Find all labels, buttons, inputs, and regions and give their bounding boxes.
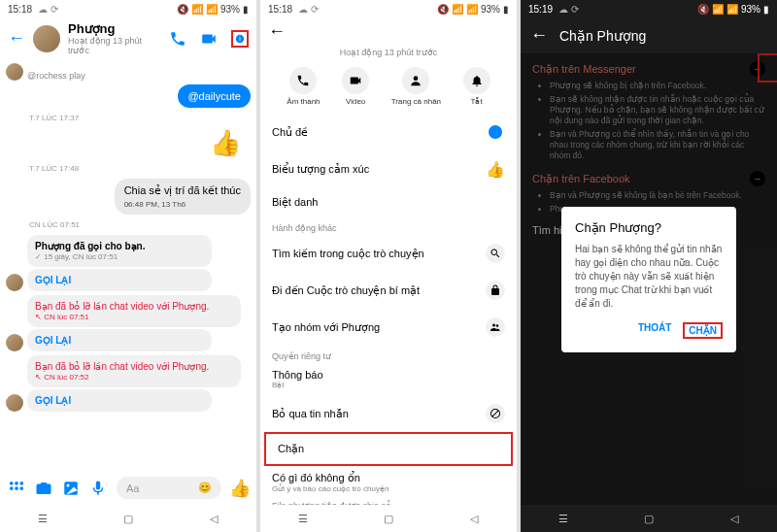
sent-message[interactable]: @dailycute bbox=[178, 84, 251, 108]
location-ended[interactable]: Chia sẻ vị trí đã kết thúc 06:48 PM, 13 … bbox=[115, 179, 251, 215]
dialog-title: Chặn Phượng? bbox=[575, 220, 723, 235]
section-header: Hành động khác bbox=[260, 217, 517, 235]
back-button[interactable]: ◁ bbox=[464, 512, 484, 525]
contact-name: Phượng bbox=[68, 21, 161, 36]
mute-button[interactable]: Tắt bbox=[463, 67, 490, 106]
back-icon[interactable]: ← bbox=[8, 28, 25, 49]
svg-point-4 bbox=[15, 481, 18, 484]
call-back-button[interactable]: GỌI LẠI bbox=[27, 389, 212, 412]
back-icon[interactable]: ← bbox=[268, 21, 286, 42]
thumb-icon[interactable]: 👍 bbox=[231, 480, 249, 497]
timestamp: T.7 LÚC 17:48 bbox=[6, 164, 251, 173]
setting-emoji[interactable]: Biểu tượng cảm xúc 👍 bbox=[260, 150, 517, 187]
gallery-icon[interactable] bbox=[62, 480, 80, 497]
call-back-button[interactable]: GỌI LẠI bbox=[27, 329, 212, 351]
setting-group[interactable]: Tạo nhóm với Phượng bbox=[260, 309, 517, 346]
settings-list[interactable]: Chủ đề Biểu tượng cảm xúc 👍 Biệt danh Hà… bbox=[260, 114, 517, 505]
setting-search[interactable]: Tìm kiếm trong cuộc trò chuyện bbox=[260, 235, 517, 272]
back-icon[interactable]: ← bbox=[530, 25, 548, 46]
recents-button[interactable]: ☰ bbox=[33, 512, 52, 525]
svg-point-13 bbox=[496, 324, 499, 327]
call-icon[interactable] bbox=[169, 30, 186, 48]
status-icons-left: ☁ ⟳ bbox=[32, 4, 177, 15]
header-actions bbox=[169, 30, 249, 48]
profile-icon bbox=[402, 67, 429, 94]
status-time: 15:19 bbox=[528, 4, 553, 15]
home-button[interactable]: ▢ bbox=[639, 512, 659, 525]
dialog-actions: THOÁT CHẶN bbox=[575, 322, 723, 339]
status-bar: 15:19 ☁ ⟳ 🔇📶 📶93%▮ bbox=[521, 0, 777, 17]
bell-icon bbox=[463, 67, 490, 94]
svg-point-11 bbox=[414, 76, 419, 81]
svg-point-2 bbox=[239, 36, 240, 37]
setting-secret[interactable]: Đi đến Cuộc trò chuyện bí mật bbox=[260, 272, 517, 309]
call-sub: ✓ 15 giây, CN lúc 07:51 bbox=[35, 252, 204, 261]
phone-settings: 15:18 ☁ ⟳ 🔇📶 📶93%▮ ← Hoạt động 13 phút t… bbox=[260, 0, 517, 532]
chat-body[interactable]: @rochess play @dailycute T.7 LÚC 17:37 👍… bbox=[0, 59, 256, 471]
avatar bbox=[6, 63, 23, 81]
group-icon bbox=[486, 317, 505, 337]
home-button[interactable]: ▢ bbox=[118, 512, 138, 525]
mic-icon[interactable] bbox=[89, 480, 107, 497]
apps-icon[interactable] bbox=[8, 480, 25, 497]
timestamp: T.7 LÚC 17:37 bbox=[6, 114, 251, 122]
video-icon bbox=[342, 67, 369, 94]
activity-status: Hoạt động 13 phút trước bbox=[68, 36, 161, 55]
avatar[interactable] bbox=[33, 25, 60, 52]
audio-call-button[interactable]: Âm thanh bbox=[287, 67, 320, 106]
recents-button[interactable]: ☰ bbox=[293, 512, 313, 525]
svg-point-7 bbox=[15, 486, 18, 490]
svg-rect-1 bbox=[240, 38, 241, 41]
status-bar: 15:18 ☁ ⟳ 🔇📶 📶 93%▮ bbox=[0, 0, 256, 17]
section-header: File phương tiện được chia sẻ bbox=[260, 495, 517, 505]
phone-block: 15:19 ☁ ⟳ 🔇📶 📶93%▮ ← Chặn Phượng Chặn tr… bbox=[521, 0, 777, 532]
message-input[interactable]: Aa 😊 bbox=[117, 477, 221, 499]
block-button[interactable]: CHẶN bbox=[683, 322, 723, 339]
setting-report[interactable]: Có gì đó không ổn Gửi ý và báo cáo cuộc … bbox=[260, 466, 517, 495]
message-fragment: @rochess play bbox=[27, 71, 85, 81]
settings-header: ← bbox=[260, 17, 517, 46]
status-time: 15:18 bbox=[268, 4, 292, 15]
video-icon[interactable] bbox=[200, 30, 218, 48]
back-button[interactable]: ◁ bbox=[204, 512, 223, 525]
svg-point-3 bbox=[10, 481, 14, 484]
setting-block[interactable]: Chặn bbox=[266, 434, 511, 464]
svg-point-12 bbox=[492, 324, 495, 327]
action-row: Âm thanh Video Trang cá nhân Tắt bbox=[260, 61, 517, 114]
status-right: 🔇📶 📶 93%▮ bbox=[177, 4, 249, 15]
missed-row: Bạn đã bỏ lỡ lần chat video với Phượng. … bbox=[6, 355, 251, 412]
timestamp: CN LÚC 07:51 bbox=[6, 220, 251, 229]
dialog-body: Hai bạn sẽ không thể gửi tin nhắn hay gọ… bbox=[575, 243, 723, 311]
msg-row: @rochess play bbox=[6, 63, 251, 81]
avatar bbox=[6, 394, 23, 412]
camera-icon[interactable] bbox=[35, 480, 52, 497]
info-icon[interactable] bbox=[231, 30, 249, 48]
home-button[interactable]: ▢ bbox=[379, 512, 398, 525]
profile-section: Hoạt động 13 phút trước bbox=[260, 46, 517, 61]
setting-ignore[interactable]: Bỏ qua tin nhắn bbox=[260, 395, 517, 432]
setting-nickname[interactable]: Biệt danh bbox=[260, 187, 517, 217]
status-bar: 15:18 ☁ ⟳ 🔇📶 📶93%▮ bbox=[260, 0, 517, 17]
lock-icon bbox=[486, 281, 505, 300]
android-navbar: ☰ ▢ ◁ bbox=[521, 505, 777, 532]
setting-theme[interactable]: Chủ đề bbox=[260, 114, 517, 150]
svg-point-10 bbox=[67, 483, 70, 486]
modal-overlay[interactable]: Chặn Phượng? Hai bạn sẽ không thể gửi ti… bbox=[521, 53, 777, 505]
page-title: Chặn Phượng bbox=[559, 28, 646, 44]
call-back-button[interactable]: GỌI LẠI bbox=[27, 269, 212, 291]
cancel-button[interactable]: THOÁT bbox=[638, 322, 671, 339]
emoji-icon[interactable]: 😊 bbox=[198, 482, 212, 494]
profile-button[interactable]: Trang cá nhân bbox=[391, 67, 441, 106]
setting-notifications[interactable]: Thông báo Bật bbox=[260, 363, 517, 395]
back-button[interactable]: ◁ bbox=[725, 512, 744, 525]
avatar bbox=[6, 274, 23, 291]
status-time: 15:18 bbox=[8, 4, 32, 15]
call-row: Phượng đã gọi cho bạn. ✓ 15 giây, CN lúc… bbox=[6, 235, 251, 291]
thumb-reaction[interactable]: 👍 bbox=[6, 128, 251, 158]
header-title[interactable]: Phượng Hoạt động 13 phút trước bbox=[68, 21, 161, 55]
recents-button[interactable]: ☰ bbox=[554, 512, 573, 525]
theme-color-icon bbox=[486, 122, 505, 142]
composer: Aa 😊 👍 bbox=[0, 471, 256, 505]
video-call-button[interactable]: Video bbox=[342, 67, 369, 106]
block-header: ← Chặn Phượng bbox=[521, 17, 777, 53]
